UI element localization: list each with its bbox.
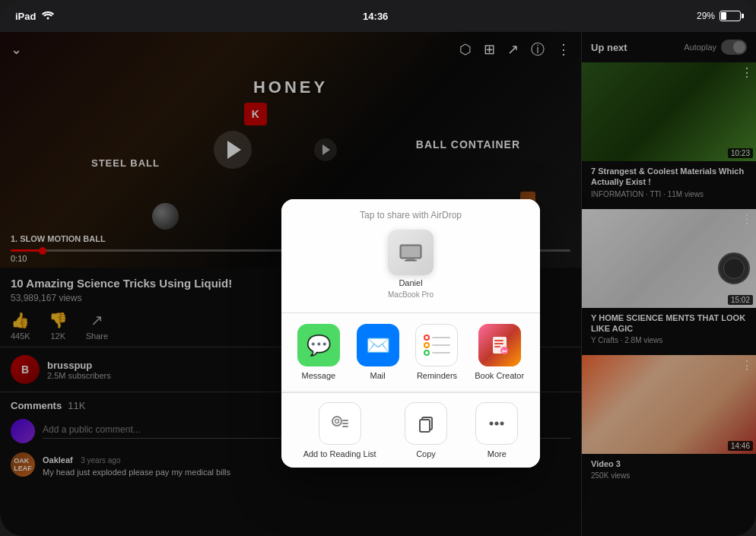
share-apps-row: 💬 Message ✉️ Mail Reminders [281, 312, 540, 391]
copy-label: Copy [416, 449, 436, 458]
svg-rect-12 [342, 420, 348, 421]
device-name: Daniel [399, 278, 422, 287]
more-label: More [488, 449, 507, 458]
share-sheet-backdrop[interactable]: Tap to share with AirDrop Daniel [0, 32, 756, 536]
reminders-label: Reminders [417, 371, 457, 380]
svg-text:✂: ✂ [501, 348, 507, 355]
book-creator-app-icon: ✂ [478, 324, 521, 366]
svg-rect-14 [342, 426, 348, 427]
share-app-mail[interactable]: ✉️ Mail [357, 324, 399, 380]
share-sheet: Tap to share with AirDrop Daniel [281, 199, 540, 468]
add-reading-list-button[interactable]: Add to Reading List [303, 402, 376, 458]
battery-icon [719, 11, 741, 22]
svg-rect-6 [494, 343, 503, 344]
device-icon [388, 230, 434, 275]
battery-percent: 29% [697, 11, 715, 21]
airdrop-device[interactable]: Daniel MacBook Pro [388, 230, 434, 299]
mail-label: Mail [370, 371, 386, 380]
svg-point-10 [332, 417, 341, 426]
share-app-reminders[interactable]: Reminders [415, 324, 458, 380]
more-button[interactable]: More [475, 402, 518, 458]
svg-point-18 [495, 422, 499, 426]
wifi-icon [42, 11, 54, 22]
status-bar: iPad 14:36 29% [0, 0, 756, 32]
svg-rect-7 [494, 346, 500, 347]
svg-rect-5 [494, 340, 503, 341]
airdrop-devices: Daniel MacBook Pro [292, 230, 529, 299]
svg-rect-16 [420, 420, 430, 432]
status-left: iPad [15, 11, 54, 22]
svg-point-11 [335, 420, 338, 423]
ipad-frame: iPad 14:36 29% [0, 0, 756, 536]
share-actions-row: Add to Reading List Copy [281, 392, 540, 468]
share-app-book-creator[interactable]: ✂ Book Creator [475, 324, 524, 380]
reading-list-label: Add to Reading List [303, 449, 376, 458]
copy-icon [405, 402, 447, 445]
book-creator-label: Book Creator [475, 371, 524, 380]
svg-point-17 [490, 422, 494, 426]
more-icon [475, 402, 518, 445]
share-app-message[interactable]: 💬 Message [297, 324, 340, 380]
svg-rect-3 [405, 260, 417, 262]
status-right: 29% [697, 11, 741, 22]
reading-list-icon [319, 402, 361, 445]
message-app-icon: 💬 [297, 324, 340, 366]
book-icon-inner: ✂ [478, 324, 521, 366]
device-label: iPad [15, 11, 36, 22]
reminders-app-icon [415, 324, 458, 366]
svg-rect-13 [342, 423, 348, 424]
mail-app-icon: ✉️ [357, 324, 399, 366]
status-time: 14:36 [363, 11, 388, 22]
svg-point-0 [47, 17, 49, 19]
svg-point-19 [500, 422, 504, 426]
device-type: MacBook Pro [388, 290, 434, 299]
message-label: Message [302, 371, 336, 380]
svg-rect-2 [402, 246, 420, 257]
airdrop-label: Tap to share with AirDrop [292, 210, 529, 220]
share-airdrop-section: Tap to share with AirDrop Daniel [281, 199, 540, 312]
copy-button[interactable]: Copy [405, 402, 447, 458]
